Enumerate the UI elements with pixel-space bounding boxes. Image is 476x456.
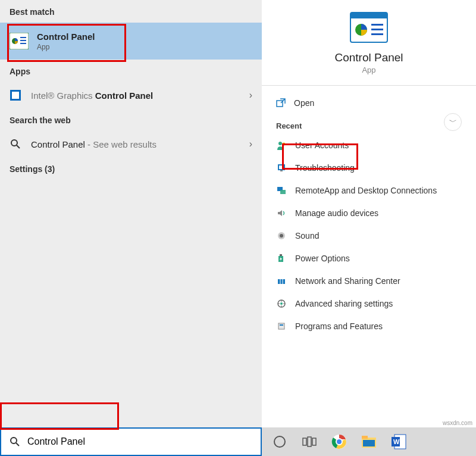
best-match-subtitle: App [37,43,95,51]
search-icon [10,138,21,150]
svg-rect-3 [20,40,26,41]
svg-rect-2 [20,37,26,38]
remoteapp-icon [276,185,287,196]
svg-rect-13 [371,29,383,30]
svg-point-17 [283,143,286,146]
svg-text:W: W [393,438,400,445]
app-result-prefix: Intel® Graphics [31,90,95,101]
programs-icon [276,321,287,332]
svg-rect-33 [280,324,283,326]
svg-point-16 [278,142,282,145]
recent-label: RemoteApp and Desktop Connections [295,186,437,195]
svg-rect-39 [312,438,316,445]
recent-label: Manage audio devices [295,208,378,218]
network-icon [276,276,287,286]
svg-rect-26 [280,254,282,256]
search-box[interactable] [0,427,262,456]
speaker-icon [276,208,287,218]
svg-line-35 [16,443,19,446]
recent-label: Network and Sharing Center [295,276,400,286]
recent-label: Troubleshooting [295,163,355,173]
svg-rect-14 [371,33,383,35]
svg-rect-32 [278,323,284,329]
sharing-icon [276,298,287,309]
app-result-bold: Control Panel [95,90,154,101]
recent-item-sound[interactable]: Sound [262,224,476,247]
web-result-suffix: - See web results [85,139,156,149]
control-panel-icon [10,32,29,51]
power-icon [276,253,287,264]
recent-item-network[interactable]: Network and Sharing Center [262,270,476,292]
recent-label: User Accounts [295,140,349,150]
chevron-right-icon[interactable]: › [249,90,252,101]
svg-rect-19 [279,165,284,169]
sound-icon [276,230,287,241]
recent-item-user-accounts[interactable]: User Accounts [262,134,476,157]
recent-item-audio[interactable]: Manage audio devices [262,202,476,224]
svg-line-8 [17,145,20,148]
recent-label: Advanced sharing settings [295,299,393,308]
search-input[interactable] [26,429,261,455]
taskview-icon[interactable] [299,431,320,452]
taskbar: W [262,427,476,456]
apps-header: Apps [0,60,262,82]
recent-item-programs[interactable]: Programs and Features [262,315,476,338]
details-subtitle: App [362,65,375,74]
svg-rect-4 [20,43,26,44]
web-result-query: Control Panel [31,139,85,149]
svg-point-36 [274,436,285,447]
details-title: Control Panel [334,51,403,64]
chrome-icon[interactable] [328,431,350,452]
open-button[interactable]: Open [262,92,476,114]
recent-item-sharing[interactable]: Advanced sharing settings [262,292,476,315]
explorer-icon[interactable] [358,431,380,452]
svg-rect-10 [350,13,387,18]
troubleshoot-icon [276,163,287,173]
svg-rect-6 [12,92,19,99]
details-pane: Control Panel App Open ﹀ Recent User Acc… [262,0,476,427]
svg-point-24 [280,234,283,238]
svg-rect-12 [371,24,383,26]
best-match-result[interactable]: Control Panel App [0,23,262,60]
recent-item-power[interactable]: Power Options [262,247,476,270]
recent-label: Power Options [295,254,350,263]
recent-item-troubleshooting[interactable]: Troubleshooting [262,157,476,179]
chevron-down-icon[interactable]: ﹀ [444,113,462,131]
best-match-header: Best match [0,0,262,23]
svg-rect-20 [280,170,283,171]
svg-point-7 [11,140,17,146]
recent-label: Programs and Features [295,321,383,331]
word-icon[interactable]: W [388,431,409,452]
search-icon [10,436,20,447]
results-pane: Best match Control Panel App Apps Intel®… [0,0,262,427]
open-icon [276,98,286,108]
svg-rect-27 [278,279,285,284]
user-accounts-icon [276,140,287,151]
svg-rect-37 [303,438,306,445]
search-web-header: Search the web [0,108,262,131]
svg-rect-45 [363,440,375,446]
svg-rect-38 [308,437,311,446]
recent-label: Sound [295,231,319,241]
settings-header[interactable]: Settings (3) [0,157,262,180]
open-label: Open [294,98,314,108]
svg-point-34 [11,438,17,443]
recent-item-remoteapp[interactable]: RemoteApp and Desktop Connections [262,179,476,202]
svg-rect-44 [362,436,368,439]
control-panel-icon [350,12,388,43]
intel-icon [10,89,21,101]
watermark: wsxdn.com [443,420,472,426]
svg-rect-22 [280,190,286,194]
best-match-title: Control Panel [37,32,95,42]
cortana-icon[interactable] [269,431,290,452]
app-result-intel[interactable]: Intel® Graphics Control Panel › [0,82,262,108]
chevron-right-icon[interactable]: › [249,139,252,149]
svg-point-31 [280,302,283,305]
web-result[interactable]: Control Panel - See web results › [0,131,262,157]
